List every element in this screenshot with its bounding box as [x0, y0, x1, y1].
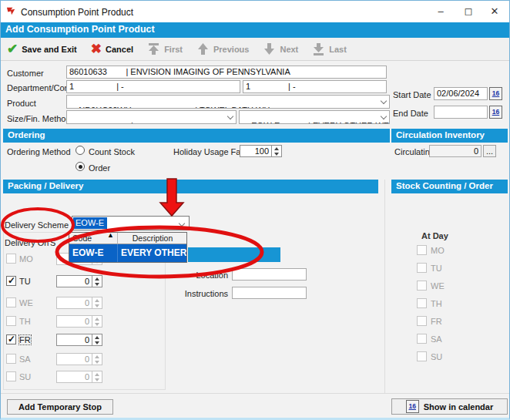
atday-tu-label: TU — [431, 264, 442, 273]
spin-up-icon[interactable] — [92, 316, 102, 321]
spin-up-icon[interactable] — [92, 297, 102, 303]
spin-up-icon[interactable] — [92, 354, 102, 359]
order-radio[interactable] — [75, 162, 85, 171]
at-day-label: At Day — [421, 231, 448, 240]
spinner-buttons[interactable] — [92, 334, 102, 345]
fr-checkbox[interactable] — [6, 334, 16, 344]
minimize-button[interactable]: – — [428, 1, 454, 22]
chevron-down-icon — [179, 220, 185, 227]
spin-down-icon[interactable] — [92, 281, 102, 287]
th-checkbox[interactable] — [6, 316, 16, 326]
spin-up-icon[interactable] — [272, 146, 281, 151]
fr-quantity-stepper[interactable]: 0 — [56, 334, 102, 346]
spin-up-icon[interactable] — [92, 334, 102, 340]
spin-down-icon[interactable] — [92, 377, 102, 382]
circulating-browse-button[interactable]: ... — [483, 145, 496, 157]
spinner-buttons[interactable] — [92, 354, 102, 365]
first-button[interactable]: First — [146, 40, 184, 59]
we-checkbox[interactable] — [6, 297, 16, 307]
atday-th-label: TH — [431, 299, 442, 308]
packing-section-header: Packing / Delivery — [3, 180, 378, 193]
window-title: Consumption Point Product — [21, 7, 133, 18]
spin-up-icon[interactable] — [92, 371, 102, 377]
title-bar: Consumption Point Product – ◻ ✕ — [1, 1, 509, 22]
size-method-combo[interactable]: - | - — [66, 110, 237, 124]
show-in-calendar-button[interactable]: 16 Show in calendar — [391, 398, 508, 415]
we-quantity-stepper[interactable]: 0 — [56, 297, 102, 309]
chevron-down-icon — [381, 98, 387, 104]
atday-fr-checkbox[interactable] — [417, 316, 427, 326]
vertical-divider — [384, 180, 385, 394]
su-checkbox[interactable] — [6, 371, 16, 381]
sa-checkbox[interactable] — [6, 354, 16, 364]
we-label: WE — [19, 298, 33, 307]
sa-quantity-stepper[interactable]: 0 — [56, 353, 102, 365]
size-method-label: Size/Fin. Method — [7, 114, 71, 123]
circulating-field[interactable]: 0 — [429, 145, 481, 157]
customer-label: Customer — [7, 69, 44, 78]
end-date-field[interactable] — [434, 106, 488, 119]
delivery-scheme-combo[interactable]: EOW-E — [72, 216, 190, 230]
spin-down-icon[interactable] — [92, 359, 102, 365]
start-date-label: Start Date — [393, 90, 431, 99]
spin-down-icon[interactable] — [92, 303, 102, 308]
spin-down-icon[interactable] — [92, 321, 102, 327]
scheme-row-selected[interactable]: EOW-E EVERY OTHER ... — [69, 244, 186, 262]
spin-down-icon[interactable] — [272, 151, 281, 156]
atday-sa-checkbox[interactable] — [417, 334, 427, 344]
spin-up-icon[interactable] — [92, 276, 102, 281]
maximize-button[interactable]: ◻ — [455, 1, 481, 22]
tu-checkbox[interactable] — [6, 276, 16, 286]
code-column-header[interactable]: Code▲ — [69, 233, 118, 244]
arrow-up-bar-icon — [147, 42, 160, 55]
atday-tu-checkbox[interactable] — [417, 263, 427, 273]
count-stock-label: Count Stock — [89, 147, 135, 156]
next-button[interactable]: Next — [261, 40, 300, 59]
atday-th-checkbox[interactable] — [417, 298, 427, 308]
arrow-up-icon — [196, 42, 210, 55]
instructions-label: Instructions — [174, 289, 228, 298]
spinner-buttons[interactable] — [92, 316, 102, 327]
product-combo[interactable]: ND0HC00WH | TOWEL BATH WH — [66, 95, 390, 109]
page-title: Add Consumption Point Product — [1, 22, 509, 38]
close-button[interactable]: ✕ — [481, 1, 508, 22]
department-field-2[interactable]: 1 | - — [243, 80, 387, 93]
ordering-method-label: Ordering Method — [7, 147, 71, 156]
spin-down-icon[interactable] — [92, 340, 102, 345]
spinner-buttons[interactable] — [92, 276, 102, 287]
delivery-on-label: Delivery On — [5, 238, 49, 247]
instructions-field[interactable] — [232, 287, 307, 299]
last-button[interactable]: Last — [310, 40, 348, 59]
s-column-label: S — [50, 238, 55, 247]
start-date-field[interactable]: 02/06/2024 — [434, 87, 488, 100]
end-date-calendar-button[interactable]: 16 — [489, 106, 502, 119]
add-temporary-stop-button[interactable]: Add Temporary Stop — [7, 399, 113, 415]
mo-checkbox[interactable] — [6, 254, 16, 264]
holiday-usage-factor-stepper[interactable]: 100 — [240, 145, 282, 157]
scheme-summary-combo[interactable]: EOW-E | EVERY OTHER WEEK EV — [239, 110, 390, 124]
department-field-1[interactable]: 1 | - — [66, 80, 240, 93]
tu-label: TU — [19, 277, 31, 286]
previous-button[interactable]: Previous — [195, 40, 250, 59]
description-column-header[interactable]: Description — [118, 233, 186, 244]
location-field[interactable] — [232, 268, 307, 281]
atday-mo-checkbox[interactable] — [417, 245, 427, 255]
save-and-exit-button[interactable]: ✔ Save and Exit — [5, 40, 79, 59]
end-date-label: End Date — [393, 109, 428, 118]
arrow-down-bar-icon — [312, 42, 325, 55]
start-date-calendar-button[interactable]: 16 — [489, 87, 502, 100]
toolbar: ✔ Save and Exit ✖ Cancel First Previous … — [1, 38, 509, 61]
cancel-button[interactable]: ✖ Cancel — [89, 40, 135, 59]
spinner-buttons[interactable] — [271, 146, 281, 156]
customer-field[interactable]: 86010633 | ENVISION IMAGING OF PENNSYLVA… — [66, 66, 387, 79]
tu-quantity-stepper[interactable]: 0 — [56, 275, 102, 287]
location-label: Location — [174, 270, 228, 280]
chevron-down-icon — [381, 113, 387, 119]
spinner-buttons[interactable] — [92, 297, 102, 308]
atday-we-checkbox[interactable] — [417, 281, 427, 291]
atday-su-checkbox[interactable] — [417, 351, 427, 361]
th-quantity-stepper[interactable]: 0 — [56, 315, 102, 328]
spinner-buttons[interactable] — [92, 371, 102, 382]
su-quantity-stepper[interactable]: 0 — [56, 371, 102, 383]
count-stock-radio[interactable] — [75, 146, 85, 155]
